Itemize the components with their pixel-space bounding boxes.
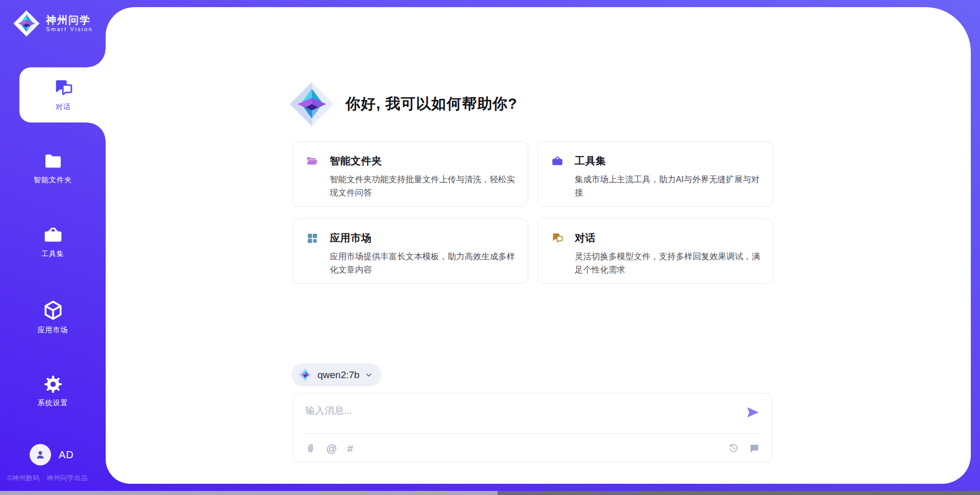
message-input[interactable]	[305, 401, 724, 421]
cube-icon	[42, 299, 64, 321]
card-title: 智能文件夹	[330, 154, 382, 168]
copyright-text: ©神州数码 · 神州问学出品	[7, 474, 88, 483]
toolbox-icon	[43, 225, 63, 245]
sidebar-item-toolset[interactable]: 工具集	[0, 225, 106, 259]
briefcase-icon	[551, 155, 564, 167]
card-title: 工具集	[575, 154, 606, 168]
greeting-block: 你好, 我可以如何帮助你?	[289, 82, 518, 127]
sidebar-item-label: 应用市场	[38, 326, 68, 335]
brand-subtitle: Smart Vision	[46, 26, 93, 33]
card-description: 集成市场上主流工具，助力AI与外界无缝扩展与对接	[575, 172, 762, 199]
composer-left-tools: @ #	[305, 443, 353, 454]
message-composer: @ #	[292, 393, 772, 462]
model-selector[interactable]: qwen2:7b	[291, 363, 381, 386]
brand-diamond-icon	[289, 82, 334, 127]
horizontal-scrollbar[interactable]	[0, 491, 980, 495]
tab-fillet-top	[87, 49, 106, 67]
avatar	[30, 444, 51, 465]
card-description: 灵活切换多模型文件，支持多样回复效果调试，满足个性化需求	[575, 250, 762, 276]
card-toolset[interactable]: 工具集 集成市场上主流工具，助力AI与外界无缝扩展与对接	[537, 141, 773, 207]
send-icon[interactable]	[745, 405, 761, 420]
card-smart-folder[interactable]: 智能文件夹 智能文件夹功能支持批量文件上传与清洗，轻松实现文件问答	[292, 141, 528, 207]
chevron-down-icon	[364, 370, 373, 379]
composer-right-tools	[728, 443, 760, 454]
card-app-market[interactable]: 应用市场 应用市场提供丰富长文本模板，助力高效生成多样化文章内容	[292, 218, 528, 284]
sidebar-item-app-market[interactable]: 应用市场	[0, 299, 106, 335]
sidebar-item-label: 智能文件夹	[34, 176, 72, 185]
brand-logo: 神州问学 Smart Vision	[13, 10, 93, 37]
open-folder-icon	[306, 155, 318, 167]
composer-divider	[303, 433, 762, 434]
card-title: 应用市场	[330, 231, 372, 245]
person-icon	[34, 449, 46, 461]
sidebar: 神州问学 Smart Vision 对话 智能文件夹	[0, 0, 106, 495]
chat-icon	[551, 232, 564, 244]
greeting-text: 你好, 我可以如何帮助你?	[346, 94, 518, 114]
card-description: 智能文件夹功能支持批量文件上传与清洗，轻松实现文件问答	[330, 172, 517, 199]
tab-fillet-bottom	[87, 122, 106, 141]
sidebar-item-label: 对话	[56, 103, 71, 112]
sidebar-diamond-icon	[13, 10, 40, 37]
sidebar-item-label: 系统设置	[38, 399, 68, 408]
user-name: AD	[59, 449, 74, 461]
feature-cards: 智能文件夹 智能文件夹功能支持批量文件上传与清洗，轻松实现文件问答 工具集 集成…	[292, 141, 773, 284]
brand-name: 神州问学	[46, 14, 93, 26]
hash-icon[interactable]: #	[347, 443, 353, 454]
gear-icon	[43, 374, 63, 394]
main-content-panel: 你好, 我可以如何帮助你? 智能文件夹 智能文件夹功能支持批量文件上传与清洗，轻…	[106, 7, 971, 484]
sidebar-item-smart-folder[interactable]: 智能文件夹	[0, 151, 106, 185]
grid-icon	[306, 232, 318, 244]
card-description: 应用市场提供丰富长文本模板，助力高效生成多样化文章内容	[330, 250, 517, 276]
model-name: qwen2:7b	[317, 369, 359, 381]
comment-icon[interactable]	[749, 443, 760, 454]
sidebar-item-settings[interactable]: 系统设置	[0, 374, 106, 408]
card-title: 对话	[575, 231, 596, 245]
app-screen: 你好, 我可以如何帮助你? 智能文件夹 智能文件夹功能支持批量文件上传与清洗，轻…	[0, 0, 980, 495]
history-icon[interactable]	[728, 443, 739, 454]
model-diamond-icon	[299, 368, 312, 382]
folder-icon	[43, 151, 63, 171]
mention-icon[interactable]: @	[326, 443, 337, 454]
user-account[interactable]: AD	[30, 444, 74, 465]
chat-icon	[53, 78, 74, 98]
paperclip-icon[interactable]	[305, 443, 316, 454]
horizontal-scrollbar-thumb[interactable]	[0, 491, 498, 495]
sidebar-item-label: 工具集	[41, 250, 64, 259]
sidebar-item-chat[interactable]: 对话	[19, 67, 107, 122]
card-chat[interactable]: 对话 灵活切换多模型文件，支持多样回复效果调试，满足个性化需求	[537, 218, 773, 284]
